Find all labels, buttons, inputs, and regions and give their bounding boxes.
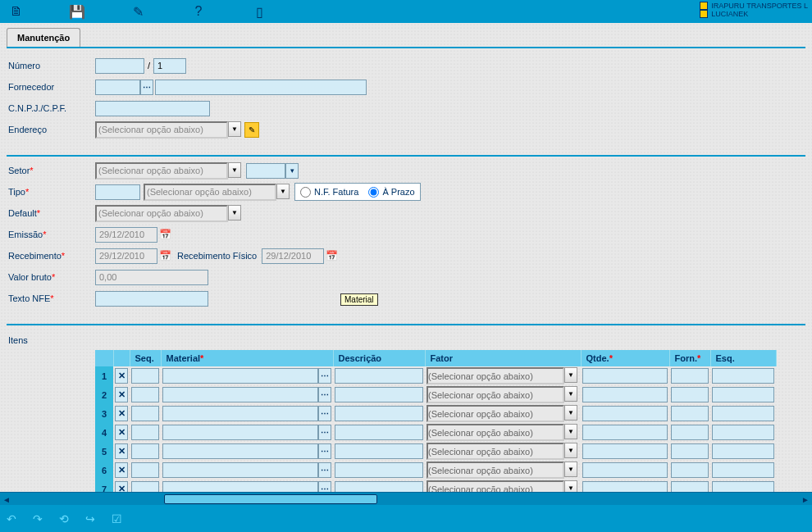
- forn-input[interactable]: [671, 406, 709, 421]
- tipo-code-input[interactable]: [95, 184, 140, 200]
- recebimento-calendar-icon[interactable]: 📅: [157, 248, 172, 264]
- texto-nfe-input[interactable]: [95, 291, 208, 307]
- receb-fisico-calendar-icon[interactable]: 📅: [324, 248, 339, 264]
- save-icon[interactable]: 💾: [67, 2, 87, 21]
- row-delete-button[interactable]: ✕: [115, 406, 128, 421]
- forward-icon[interactable]: ↪: [85, 512, 95, 525]
- numero-a-input[interactable]: [95, 58, 144, 74]
- default-dropdown-icon[interactable]: ▼: [228, 205, 241, 221]
- valor-bruto-input[interactable]: [95, 270, 208, 285]
- descricao-input[interactable]: [335, 387, 423, 402]
- material-lookup-button[interactable]: ⋯: [318, 387, 331, 402]
- seq-input[interactable]: [131, 368, 159, 384]
- fator-dropdown-icon[interactable]: ▼: [564, 424, 577, 439]
- fator-select[interactable]: [427, 367, 564, 384]
- tipo-dropdown-icon[interactable]: ▼: [276, 184, 290, 199]
- fator-select[interactable]: [427, 424, 564, 441]
- seq-input[interactable]: [131, 406, 159, 421]
- recebimento-input[interactable]: [95, 248, 157, 264]
- material-input[interactable]: [162, 406, 318, 421]
- esq-input[interactable]: [712, 425, 774, 440]
- seq-input[interactable]: [131, 443, 159, 459]
- seq-input[interactable]: [131, 387, 159, 402]
- radio-a-prazo[interactable]: À Prazo: [368, 187, 414, 198]
- forn-input[interactable]: [671, 425, 709, 440]
- material-lookup-button[interactable]: ⋯: [318, 443, 331, 459]
- cnpj-input[interactable]: [95, 101, 210, 116]
- fator-select[interactable]: [427, 386, 564, 403]
- scroll-thumb[interactable]: [164, 494, 377, 504]
- descricao-input[interactable]: [335, 368, 423, 384]
- checkbox-icon[interactable]: ☑: [112, 512, 122, 525]
- tipo-select[interactable]: [144, 184, 276, 201]
- fator-select[interactable]: [427, 443, 564, 460]
- fator-dropdown-icon[interactable]: ▼: [564, 405, 577, 421]
- endereco-edit-button[interactable]: ✎: [244, 122, 259, 138]
- fornecedor-lookup-button[interactable]: ⋯: [140, 80, 153, 95]
- material-input[interactable]: [162, 443, 318, 459]
- qtde-input[interactable]: [582, 368, 668, 384]
- row-delete-button[interactable]: ✕: [115, 462, 128, 478]
- fator-dropdown-icon[interactable]: ▼: [564, 462, 577, 477]
- fator-dropdown-icon[interactable]: ▼: [564, 443, 577, 458]
- setor-mini-button[interactable]: ▾: [285, 163, 299, 179]
- forn-input[interactable]: [671, 368, 709, 384]
- fornecedor-name-input[interactable]: [155, 80, 367, 95]
- fator-dropdown-icon[interactable]: ▼: [564, 386, 577, 402]
- row-delete-button[interactable]: ✕: [115, 368, 128, 384]
- default-select[interactable]: [95, 205, 228, 222]
- page-icon[interactable]: ▯: [249, 2, 269, 21]
- help-icon[interactable]: ?: [189, 2, 208, 21]
- new-doc-icon[interactable]: 🗎: [7, 2, 26, 21]
- qtde-input[interactable]: [582, 462, 668, 478]
- esq-input[interactable]: [712, 462, 774, 478]
- tab-manutencao[interactable]: Manutenção: [7, 28, 80, 47]
- qtde-input[interactable]: [582, 425, 668, 440]
- forn-input[interactable]: [671, 443, 709, 459]
- material-input[interactable]: [162, 368, 318, 384]
- descricao-input[interactable]: [335, 462, 423, 478]
- row-delete-button[interactable]: ✕: [115, 443, 128, 459]
- material-lookup-button[interactable]: ⋯: [318, 425, 331, 440]
- esq-input[interactable]: [712, 368, 774, 384]
- descricao-input[interactable]: [335, 443, 423, 459]
- material-input[interactable]: [162, 425, 318, 440]
- edit-icon[interactable]: ✎: [128, 2, 148, 21]
- fornecedor-code-input[interactable]: [95, 80, 140, 95]
- scroll-left-icon[interactable]: ◄: [0, 493, 13, 506]
- redo-icon[interactable]: ↷: [33, 512, 43, 525]
- horizontal-scrollbar[interactable]: ◄ ►: [0, 492, 812, 505]
- seq-input[interactable]: [131, 462, 159, 478]
- qtde-input[interactable]: [582, 387, 668, 402]
- emissao-input[interactable]: [95, 227, 157, 243]
- material-input[interactable]: [162, 462, 318, 478]
- setor-code-input[interactable]: [246, 163, 285, 179]
- undo-icon[interactable]: ↶: [7, 512, 16, 525]
- qtde-input[interactable]: [582, 406, 668, 421]
- seq-input[interactable]: [131, 425, 159, 440]
- scroll-right-icon[interactable]: ►: [799, 493, 812, 506]
- fator-select[interactable]: [427, 462, 564, 479]
- setor-select[interactable]: [95, 162, 228, 180]
- esq-input[interactable]: [712, 443, 774, 459]
- row-delete-button[interactable]: ✕: [115, 387, 128, 402]
- radio-nf-fatura[interactable]: N.F. Fatura: [300, 187, 358, 198]
- material-lookup-button[interactable]: ⋯: [318, 368, 331, 384]
- numero-b-input[interactable]: [153, 58, 186, 74]
- fator-dropdown-icon[interactable]: ▼: [564, 367, 577, 383]
- endereco-select[interactable]: [95, 121, 228, 139]
- esq-input[interactable]: [712, 406, 774, 421]
- material-input[interactable]: [162, 387, 318, 402]
- qtde-input[interactable]: [582, 443, 668, 459]
- forn-input[interactable]: [671, 387, 709, 402]
- fator-select[interactable]: [427, 405, 564, 422]
- descricao-input[interactable]: [335, 406, 423, 421]
- esq-input[interactable]: [712, 387, 774, 402]
- descricao-input[interactable]: [335, 425, 423, 440]
- emissao-calendar-icon[interactable]: 📅: [157, 227, 172, 243]
- forn-input[interactable]: [671, 462, 709, 478]
- refresh-icon[interactable]: ⟲: [59, 512, 69, 525]
- setor-dropdown-icon[interactable]: ▼: [228, 162, 241, 178]
- material-lookup-button[interactable]: ⋯: [318, 462, 331, 478]
- receb-fisico-input[interactable]: [262, 248, 324, 264]
